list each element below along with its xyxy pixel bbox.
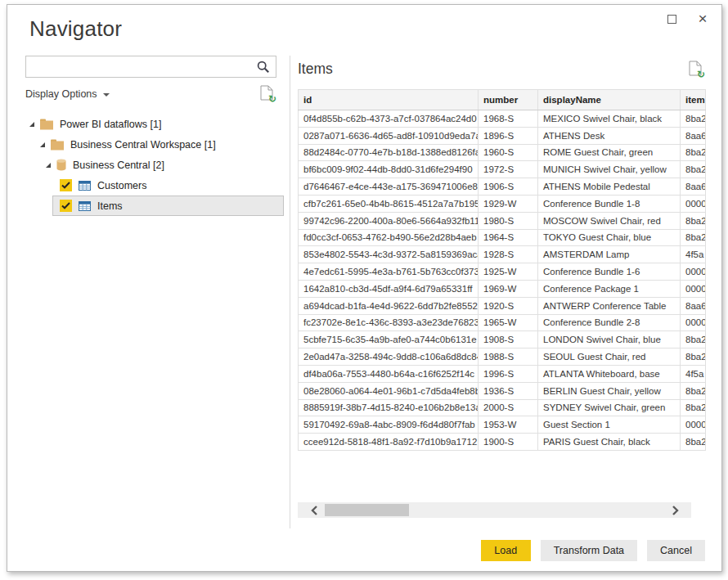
table-cell: 5cbfe715-6c35-4a9b-afe0-a744c0b6131e: [299, 331, 479, 348]
tree-item-label: Items: [97, 200, 123, 212]
table-cell: ATLANTA Whiteboard, base: [538, 365, 681, 382]
cancel-button[interactable]: Cancel: [647, 540, 705, 561]
table-cell: 1920-S: [479, 297, 538, 314]
preview-title: Items: [298, 61, 333, 77]
tree-item-customers[interactable]: Customers: [25, 175, 284, 196]
table-row: bf6bc009-9f02-44db-8dd0-31d6fe294f901972…: [299, 161, 706, 178]
expander-icon[interactable]: [40, 142, 45, 147]
table-cell: 0287a071-6636-4d65-ad8f-10910d9eda7a: [299, 127, 479, 144]
table-row: 5cbfe715-6c35-4a9b-afe0-a744c0b6131e1908…: [299, 331, 706, 348]
scrollbar-thumb[interactable]: [325, 504, 409, 516]
table-cell: 1960-S: [479, 144, 538, 161]
table-cell: ATHENS Mobile Pedestal: [538, 178, 681, 196]
table-cell: MUNICH Swivel Chair, yellow: [538, 161, 681, 178]
close-button[interactable]: ×: [695, 11, 710, 26]
refresh-preview-icon[interactable]: ↻: [689, 61, 702, 76]
table-cell: ANTWERP Conference Table: [538, 297, 681, 314]
table-cell: PARIS Guest Chair, black: [538, 434, 681, 451]
chevron-left-icon: [311, 506, 318, 515]
footer-buttons: Load Transform Data Cancel: [481, 540, 705, 561]
search-box: [25, 56, 276, 78]
tree-item-label: Business Central [2]: [73, 160, 164, 171]
navigator-dialog: × Navigator Display Options ↻ Po: [7, 4, 722, 572]
tree-item-power-bi-dataflows-1[interactable]: Power BI dataflows [1]: [25, 114, 284, 134]
table-cell: 1929-W: [479, 195, 538, 212]
close-icon: ×: [698, 12, 707, 25]
table-cell: bf6bc009-9f02-44db-8dd0-31d6fe294f90: [299, 161, 479, 178]
table-cell: 1906-S: [479, 178, 538, 196]
table-cell: 0000: [681, 195, 706, 212]
table-row: fd0cc3cf-0653-4762-b490-56e2d28b4aeb1964…: [299, 229, 706, 246]
horizontal-scrollbar[interactable]: [298, 502, 691, 518]
table-row: 853e4802-5543-4c3d-9372-5a8159369aca1928…: [299, 246, 706, 263]
options-row: Display Options ↻: [25, 85, 276, 103]
refresh-arrows-icon: ↻: [268, 94, 276, 104]
table-cell: ROME Guest Chair, green: [538, 144, 681, 161]
table-cell: 1969-W: [479, 280, 538, 297]
maximize-button[interactable]: [664, 11, 679, 26]
table-cell: 1996-S: [479, 365, 538, 382]
table-cell: 2000-S: [479, 399, 538, 416]
table-cell: MEXICO Swivel Chair, black: [538, 110, 681, 128]
expander-icon[interactable]: [29, 122, 34, 127]
table-cell: ATHENS Desk: [538, 127, 681, 144]
table-cell: 2e0ad47a-3258-494c-9dd8-c106a6d8dc84: [299, 348, 479, 366]
table-row: d7646467-e4ce-443e-a175-369471006e871906…: [299, 178, 706, 196]
display-options-dropdown[interactable]: Display Options: [25, 88, 110, 100]
expander-icon[interactable]: [46, 163, 51, 168]
tree-item-items[interactable]: Items: [52, 196, 284, 216]
search-icon[interactable]: [256, 60, 271, 74]
display-options-label: Display Options: [25, 88, 97, 100]
table-cell: 1988-S: [479, 348, 538, 366]
tree-item-label: Business Central Workspace [1]: [70, 139, 216, 151]
checkbox[interactable]: [60, 200, 72, 212]
table-cell: 8ba2: [681, 331, 706, 348]
table-row: 0287a071-6636-4d65-ad8f-10910d9eda7a1896…: [299, 127, 706, 144]
transform-data-button[interactable]: Transform Data: [541, 540, 637, 561]
table-row: 59170492-69a8-4abc-8909-f6d4d80f7fab1953…: [299, 416, 706, 434]
table-cell: Conference Bundle 1-8: [538, 195, 681, 212]
table-cell: 0f4d855b-c62b-4373-a7cf-037864ac24d0: [299, 110, 479, 128]
tree-item-business-central-workspace-1[interactable]: Business Central Workspace [1]: [25, 134, 284, 155]
refresh-icon[interactable]: ↻: [260, 85, 273, 101]
folder-icon: [40, 119, 53, 130]
source-tree: Power BI dataflows [1]Business Central W…: [25, 114, 284, 216]
table-row: 08e28060-a064-4e01-96b1-c7d5da4feb8b1936…: [299, 382, 706, 399]
tree-item-label: Power BI dataflows [1]: [60, 119, 161, 130]
table-cell: SEOUL Guest Chair, red: [538, 348, 681, 366]
table-cell: 8ba2: [681, 110, 706, 128]
table-cell: 0000: [681, 280, 706, 297]
table-row: 4e7edc61-5995-4e3a-b761-5b763cc0f3731925…: [299, 263, 706, 281]
table-cell: 4f5a: [681, 365, 706, 382]
table-cell: 59170492-69a8-4abc-8909-f6d4d80f7fab: [299, 416, 479, 434]
table-cell: 1965-W: [479, 314, 538, 331]
load-button[interactable]: Load: [481, 540, 531, 561]
chevron-right-icon: [672, 506, 679, 515]
column-header-id: id: [299, 90, 479, 110]
table-cell: 8ba2: [681, 348, 706, 366]
scroll-right-arrow[interactable]: [668, 504, 681, 516]
column-header-number: number: [479, 90, 538, 110]
table-cell: d7646467-e4ce-443e-a175-369471006e87: [299, 178, 479, 196]
preview-header: Items ↻: [298, 61, 705, 82]
folder-icon: [51, 139, 64, 151]
table-icon: [79, 201, 91, 211]
table-cell: Conference Bundle 1-6: [538, 263, 681, 281]
table-cell: 99742c96-2200-400a-80e6-5664a932fb11: [299, 212, 479, 229]
table-row: 2e0ad47a-3258-494c-9dd8-c106a6d8dc841988…: [299, 348, 706, 366]
table-cell: 8ba2: [681, 161, 706, 178]
tree-item-business-central-2[interactable]: Business Central [2]: [25, 155, 284, 175]
scroll-left-arrow[interactable]: [308, 504, 321, 516]
table-cell: 1896-S: [479, 127, 538, 144]
table-cell: TOKYO Guest Chair, blue: [538, 229, 681, 246]
column-header-item: item: [681, 90, 706, 110]
search-input[interactable]: [26, 56, 276, 77]
table-cell: 1908-S: [479, 331, 538, 348]
table-cell: 1925-W: [479, 263, 538, 281]
checkbox[interactable]: [60, 179, 72, 191]
table-cell: 8ba2: [681, 399, 706, 416]
table-row: cfb7c261-65e0-4b4b-8615-4512a7a7b1951929…: [299, 195, 706, 212]
left-panel: Display Options ↻ Power BI dataflows [1]…: [25, 56, 284, 216]
table-cell: 88d2484c-0770-4e7b-b18d-1388ed8126fa: [299, 144, 479, 161]
database-icon: [56, 159, 66, 171]
